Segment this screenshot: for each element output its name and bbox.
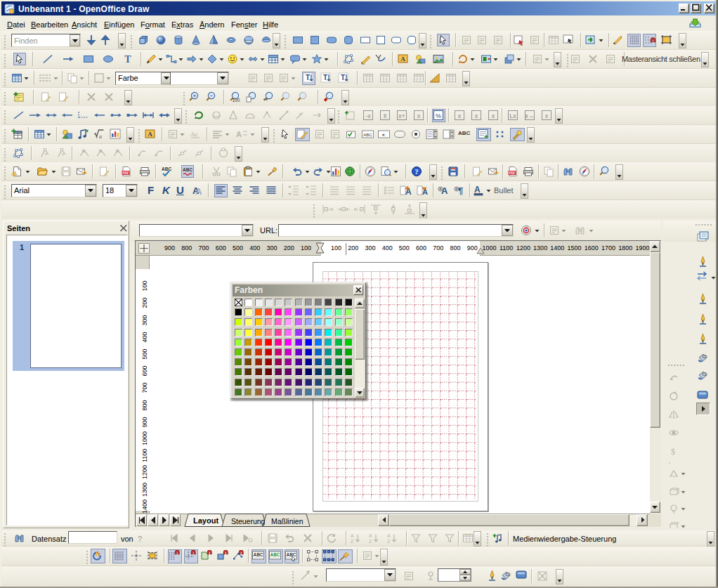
svg-text:$: $ <box>671 447 675 457</box>
svg-text:A: A <box>369 533 372 538</box>
svg-text:Z: Z <box>351 539 354 544</box>
svg-text:A: A <box>351 533 354 538</box>
svg-text:Z: Z <box>369 539 372 544</box>
svg-text:ABC: ABC <box>270 552 280 557</box>
svg-text:Z: Z <box>387 539 391 544</box>
svg-text:ABC: ABC <box>253 552 263 557</box>
svg-text:A: A <box>387 533 391 538</box>
svg-text:ABC: ABC <box>286 552 296 557</box>
